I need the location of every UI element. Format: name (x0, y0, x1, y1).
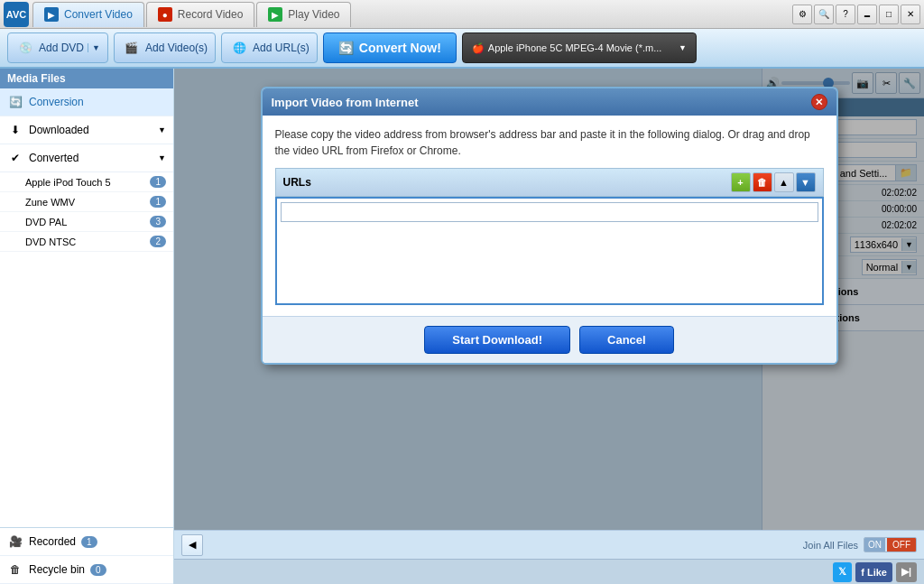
modal-title: Import Video from Internet (272, 96, 419, 109)
converted-icon: ✔ (7, 150, 23, 166)
add-dvd-button[interactable]: 💿 Add DVD ▼ (7, 32, 108, 63)
downloaded-label: Downloaded (29, 124, 89, 136)
convert-now-button[interactable]: 🔄 Convert Now! (323, 32, 457, 63)
dvd-ntsc-label: DVD NTSC (25, 236, 150, 247)
tab-convert-video[interactable]: ▶ Convert Video (32, 2, 144, 27)
sidebar-item-recorded[interactable]: 🎥 Recorded 1 (0, 528, 173, 556)
convert-now-label: Convert Now! (359, 41, 441, 55)
add-urls-label: Add URL(s) (253, 42, 310, 54)
url-move-up-button[interactable]: ▲ (774, 172, 794, 192)
record-tab-icon: ● (158, 7, 172, 22)
conversion-icon: 🔄 (7, 94, 23, 110)
record-tab-label: Record Video (178, 8, 244, 21)
modal-body: Please copy the video address from brows… (263, 116, 836, 316)
dvd-pal-badge: 3 (150, 216, 166, 227)
sidebar: Media Files 🔄 Conversion ⬇ Downloaded ▼ … (0, 69, 174, 584)
urls-label: URLs (283, 176, 311, 189)
downloaded-arrow-icon: ▼ (158, 125, 166, 134)
url-table-actions: + 🗑 ▲ ▼ (731, 172, 816, 192)
recycle-label: Recycle bin (29, 563, 85, 576)
convert-tab-label: Convert Video (64, 8, 133, 21)
url-add-button[interactable]: + (731, 172, 751, 192)
converted-label: Converted (29, 152, 79, 164)
sidebar-bottom: 🎥 Recorded 1 🗑 Recycle bin 0 (0, 527, 173, 584)
tab-play-video[interactable]: ▶ Play Video (256, 2, 351, 27)
settings-icon[interactable]: ⚙ (792, 5, 812, 24)
content-wrapper: 🔊 📷 ✂ 🔧 Basic Settings 1 01 - 17 (174, 69, 924, 584)
recycle-icon: 🗑 (7, 561, 23, 578)
title-tabs: ▶ Convert Video ● Record Video ▶ Play Vi… (32, 2, 792, 27)
twitter-icon: 𝕏 (838, 566, 846, 578)
sidebar-spacer (0, 252, 173, 527)
add-videos-label: Add Video(s) (145, 42, 208, 54)
facebook-icon: f (861, 567, 864, 578)
apple-ipod-badge: 1 (150, 176, 166, 188)
search-icon[interactable]: 🔍 (814, 5, 834, 24)
url-move-down-button[interactable]: ▼ (796, 172, 816, 192)
sidebar-item-zune[interactable]: Zune WMV 1 (0, 192, 173, 212)
zune-badge: 1 (150, 196, 166, 208)
modal-description: Please copy the video address from brows… (275, 126, 824, 159)
modal-footer: Start Download! Cancel (263, 316, 836, 363)
title-bar: AVC ▶ Convert Video ● Record Video ▶ Pla… (0, 0, 924, 29)
sidebar-item-recycle[interactable]: 🗑 Recycle bin 0 (0, 556, 173, 584)
conversion-label: Conversion (29, 96, 84, 108)
window-controls: ⚙ 🔍 ? 🗕 □ ✕ (792, 5, 920, 24)
modal-overlay: Import Video from Internet ✕ Please copy… (174, 69, 924, 530)
convert-tab-icon: ▶ (44, 7, 59, 22)
url-input-area (275, 197, 824, 305)
sidebar-header: Media Files (0, 69, 173, 88)
url-input[interactable] (281, 202, 818, 222)
recorded-icon: 🎥 (7, 533, 23, 550)
dvd-ntsc-badge: 2 (150, 236, 166, 247)
sidebar-item-dvd-ntsc[interactable]: DVD NTSC 2 (0, 232, 173, 252)
sidebar-item-conversion[interactable]: 🔄 Conversion (0, 88, 173, 116)
app-logo: AVC (4, 2, 29, 27)
zune-label: Zune WMV (25, 197, 150, 208)
twitter-button[interactable]: 𝕏 (833, 562, 852, 582)
profile-label: Apple iPhone 5C MPEG-4 Movie (*.m... (488, 42, 662, 53)
add-dvd-label: Add DVD (39, 42, 84, 54)
play-tab-icon: ▶ (268, 7, 282, 22)
sidebar-item-dvd-pal[interactable]: DVD PAL 3 (0, 212, 173, 232)
add-videos-icon: 🎬 (122, 38, 142, 58)
tab-record-video[interactable]: ● Record Video (146, 2, 255, 27)
recycle-badge: 0 (90, 564, 106, 576)
add-dvd-dropdown-arrow[interactable]: ▼ (88, 43, 100, 52)
join-all-files-label: Join All Files (803, 540, 858, 551)
modal-close-button[interactable]: ✕ (811, 94, 827, 110)
facebook-button[interactable]: f Like (855, 562, 892, 582)
url-table-header: URLs + 🗑 ▲ ▼ (275, 168, 824, 197)
sidebar-item-downloaded[interactable]: ⬇ Downloaded ▼ (0, 116, 173, 144)
recorded-label: Recorded (29, 535, 76, 548)
close-button[interactable]: ✕ (901, 5, 920, 24)
nav-prev-button[interactable]: ◀ (181, 534, 203, 556)
maximize-button[interactable]: □ (879, 5, 899, 24)
bottom-bar: ◀ Join All Files ON OFF (174, 530, 924, 559)
start-download-button[interactable]: Start Download! (424, 326, 570, 354)
help-icon[interactable]: ? (836, 5, 855, 24)
profile-selector-button[interactable]: 🍎 Apple iPhone 5C MPEG-4 Movie (*.m... ▼ (462, 32, 697, 63)
media-icon: ▶| (901, 566, 911, 578)
add-urls-button[interactable]: 🌐 Add URL(s) (221, 32, 318, 63)
downloaded-icon: ⬇ (7, 122, 23, 138)
url-delete-button[interactable]: 🗑 (753, 172, 772, 192)
add-videos-button[interactable]: 🎬 Add Video(s) (114, 32, 216, 63)
apple-icon: 🍎 (472, 42, 485, 54)
main-toolbar: 💿 Add DVD ▼ 🎬 Add Video(s) 🌐 Add URL(s) … (0, 29, 924, 69)
cancel-button[interactable]: Cancel (579, 326, 674, 354)
dvd-pal-label: DVD PAL (25, 217, 150, 227)
apple-ipod-label: Apple iPod Touch 5 (25, 177, 150, 188)
main-layout: Media Files 🔄 Conversion ⬇ Downloaded ▼ … (0, 69, 924, 584)
join-toggle[interactable]: ON OFF (864, 537, 917, 552)
minimize-button[interactable]: 🗕 (857, 5, 877, 24)
sidebar-item-apple-ipod[interactable]: Apple iPod Touch 5 1 (0, 172, 173, 192)
sidebar-item-converted[interactable]: ✔ Converted ▼ (0, 144, 173, 172)
modal-header: Import Video from Internet ✕ (263, 88, 836, 116)
add-urls-icon: 🌐 (229, 38, 249, 58)
profile-dropdown-arrow: ▼ (679, 43, 687, 52)
add-dvd-icon: 💿 (15, 38, 35, 58)
toggle-off-label: OFF (887, 538, 916, 552)
media-button[interactable]: ▶| (896, 562, 917, 582)
toggle-on-label: ON (864, 538, 885, 552)
